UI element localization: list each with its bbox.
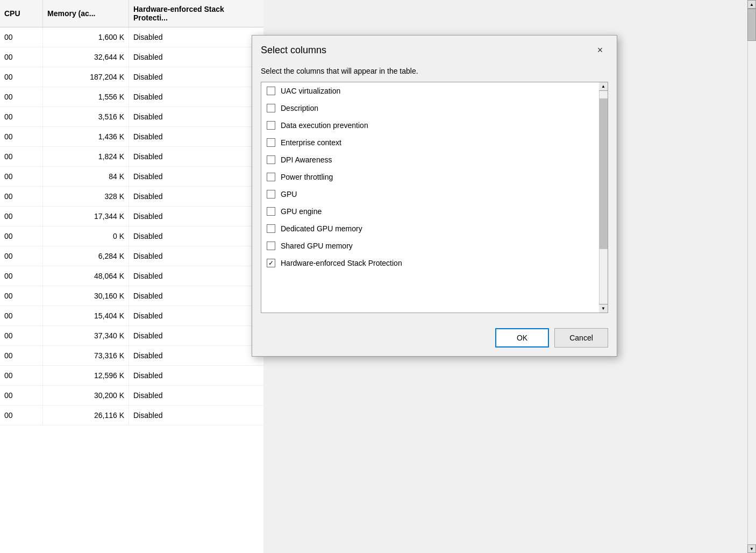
checkbox-item[interactable]: UAC virtualization — [261, 82, 608, 100]
dialog-title: Select columns — [261, 45, 326, 56]
dialog-body: UAC virtualizationDescriptionData execut… — [252, 82, 617, 322]
columns-listbox[interactable]: UAC virtualizationDescriptionData execut… — [261, 82, 608, 313]
listbox-scroll-down[interactable]: ▼ — [599, 304, 608, 313]
checkbox-label: GPU engine — [281, 207, 322, 216]
checkbox-box[interactable] — [267, 121, 275, 130]
listbox-scroll-up[interactable]: ▲ — [599, 82, 608, 91]
select-columns-dialog: Select columns × Select the columns that… — [252, 35, 617, 357]
checkbox-label: Dedicated GPU memory — [281, 224, 362, 233]
checkbox-item[interactable]: Power throttling — [261, 168, 608, 186]
checkbox-box[interactable] — [267, 242, 275, 250]
checkbox-item[interactable]: Data execution prevention — [261, 117, 608, 134]
checkbox-label: UAC virtualization — [281, 87, 340, 95]
checkbox-box[interactable] — [267, 155, 275, 164]
checkbox-item[interactable]: Shared GPU memory — [261, 237, 608, 254]
checkbox-item[interactable]: Dedicated GPU memory — [261, 220, 608, 237]
checkbox-label: DPI Awareness — [281, 155, 332, 164]
checkbox-label: Data execution prevention — [281, 121, 368, 130]
checkbox-label: Power throttling — [281, 173, 333, 181]
checkbox-item[interactable]: Enterprise context — [261, 134, 608, 151]
checkbox-item[interactable]: GPU — [261, 186, 608, 203]
checkbox-item[interactable]: Description — [261, 100, 608, 117]
modal-overlay: Select columns × Select the columns that… — [0, 0, 756, 553]
checkbox-box[interactable] — [267, 173, 275, 181]
listbox-scroll-thumb[interactable] — [599, 98, 608, 249]
checkbox-item[interactable]: ✓Hardware-enforced Stack Protection — [261, 254, 608, 272]
checkbox-label: Hardware-enforced Stack Protection — [281, 259, 402, 267]
checkbox-box[interactable] — [267, 87, 275, 95]
checkbox-label: GPU — [281, 190, 297, 198]
checkbox-label: Enterprise context — [281, 138, 341, 147]
checkbox-box[interactable] — [267, 104, 275, 112]
dialog-description: Select the columns that will appear in t… — [252, 65, 617, 82]
dialog-footer: OK Cancel — [252, 322, 617, 356]
checkbox-label: Shared GPU memory — [281, 242, 353, 250]
checkbox-label: Description — [281, 104, 318, 112]
cancel-button[interactable]: Cancel — [554, 328, 608, 348]
checkbox-box[interactable] — [267, 224, 275, 233]
checkbox-box[interactable] — [267, 207, 275, 216]
dialog-titlebar: Select columns × — [252, 36, 617, 65]
checkbox-box[interactable]: ✓ — [267, 259, 275, 267]
checkbox-box[interactable] — [267, 138, 275, 147]
dialog-close-button[interactable]: × — [592, 42, 608, 58]
listbox-scrollbar[interactable]: ▲ ▼ — [599, 82, 608, 313]
checkbox-item[interactable]: GPU engine — [261, 203, 608, 220]
checkbox-box[interactable] — [267, 190, 275, 198]
checkbox-item[interactable]: DPI Awareness — [261, 151, 608, 168]
ok-button[interactable]: OK — [495, 328, 549, 348]
columns-list-inner: UAC virtualizationDescriptionData execut… — [261, 82, 608, 272]
